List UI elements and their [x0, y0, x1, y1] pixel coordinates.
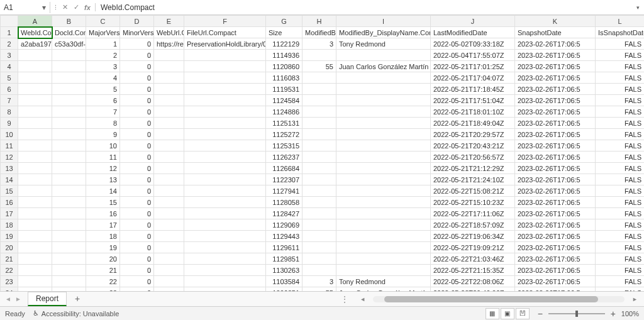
cell-H1[interactable]: ModifiedBy [303, 27, 336, 38]
cell-C22[interactable]: 21 [86, 265, 120, 276]
cell-I17[interactable] [336, 208, 431, 219]
cell-E15[interactable] [154, 185, 184, 197]
cell-K21[interactable]: 2023-02-26T17:06:5 [515, 253, 596, 265]
cell-E20[interactable] [154, 242, 184, 253]
cell-B10[interactable] [52, 129, 86, 140]
row-header-6[interactable]: 6 [1, 84, 18, 95]
cell-D12[interactable]: 0 [120, 152, 154, 163]
cell-F11[interactable] [184, 140, 266, 152]
cell-D17[interactable]: 0 [120, 208, 154, 219]
scroll-right-icon[interactable]: ► [630, 296, 640, 302]
view-page-layout-icon[interactable]: ▣ [501, 308, 514, 319]
cell-K2[interactable]: 2023-02-26T17:06:5 [515, 38, 596, 50]
cell-E5[interactable] [154, 72, 184, 84]
cell-K6[interactable]: 2023-02-26T17:06:5 [515, 84, 596, 95]
cell-L2[interactable]: FALS [596, 38, 645, 50]
cell-E22[interactable] [154, 265, 184, 276]
cell-I15[interactable] [336, 185, 431, 197]
cell-K8[interactable]: 2023-02-26T17:06:5 [515, 106, 596, 118]
cell-G24[interactable]: 1096351 [266, 287, 303, 292]
cell-D15[interactable]: 0 [120, 185, 154, 197]
cell-I23[interactable]: Tony Redmond [336, 276, 431, 287]
cell-L10[interactable]: FALS [596, 129, 645, 140]
cell-A6[interactable] [18, 84, 52, 95]
cell-L23[interactable]: FALS [596, 276, 645, 287]
row-header-10[interactable]: 10 [1, 129, 18, 140]
cell-H22[interactable] [303, 265, 336, 276]
cell-G6[interactable]: 1119531 [266, 84, 303, 95]
cell-F21[interactable] [184, 253, 266, 265]
cell-H14[interactable] [303, 174, 336, 185]
cell-B14[interactable] [52, 174, 86, 185]
cell-B9[interactable] [52, 118, 86, 129]
cell-F3[interactable] [184, 50, 266, 61]
cell-C4[interactable]: 3 [86, 61, 120, 72]
col-header-D[interactable]: D [120, 16, 154, 27]
cell-J10[interactable]: 2022-05-21T20:29:57Z [431, 129, 515, 140]
cell-L17[interactable]: FALS [596, 208, 645, 219]
cell-L12[interactable]: FALS [596, 152, 645, 163]
cell-G11[interactable]: 1125315 [266, 140, 303, 152]
zoom-slider[interactable] [548, 313, 605, 314]
cell-H13[interactable] [303, 163, 336, 174]
cell-K11[interactable]: 2023-02-26T17:06:5 [515, 140, 596, 152]
cell-C19[interactable]: 18 [86, 231, 120, 242]
cell-D10[interactable]: 0 [120, 129, 154, 140]
cell-C5[interactable]: 4 [86, 72, 120, 84]
row-header-14[interactable]: 14 [1, 174, 18, 185]
cell-J24[interactable]: 2022-05-23T20:49:06Z [431, 287, 515, 292]
formula-input[interactable]: WebId.Compact [96, 2, 631, 13]
cell-C12[interactable]: 11 [86, 152, 120, 163]
cell-C24[interactable]: 23 [86, 287, 120, 292]
col-header-J[interactable]: J [431, 16, 515, 27]
row-header-3[interactable]: 3 [1, 50, 18, 61]
row-header-22[interactable]: 22 [1, 265, 18, 276]
cell-L20[interactable]: FALS [596, 242, 645, 253]
cell-E7[interactable] [154, 95, 184, 106]
cell-G2[interactable]: 1122129 [266, 38, 303, 50]
cell-E24[interactable] [154, 287, 184, 292]
cell-H24[interactable]: 55 [303, 287, 336, 292]
cell-L24[interactable]: FALS [596, 287, 645, 292]
cell-L8[interactable]: FALS [596, 106, 645, 118]
cell-B23[interactable] [52, 276, 86, 287]
cell-I11[interactable] [336, 140, 431, 152]
cell-K13[interactable]: 2023-02-26T17:06:5 [515, 163, 596, 174]
cell-J14[interactable]: 2022-05-21T21:24:10Z [431, 174, 515, 185]
cell-H4[interactable]: 55 [303, 61, 336, 72]
cell-A22[interactable] [18, 265, 52, 276]
cell-E8[interactable] [154, 106, 184, 118]
cell-A19[interactable] [18, 231, 52, 242]
cell-C2[interactable]: 1 [86, 38, 120, 50]
view-page-break-icon[interactable]: 凹 [516, 308, 530, 319]
cell-D11[interactable]: 0 [120, 140, 154, 152]
scroll-thumb[interactable] [384, 296, 598, 302]
cell-A16[interactable] [18, 197, 52, 208]
cell-F6[interactable] [184, 84, 266, 95]
cell-I13[interactable] [336, 163, 431, 174]
cell-H19[interactable] [303, 231, 336, 242]
cell-C17[interactable]: 16 [86, 208, 120, 219]
cell-A3[interactable] [18, 50, 52, 61]
cell-L16[interactable]: FALS [596, 197, 645, 208]
cell-J22[interactable]: 2022-05-22T21:15:35Z [431, 265, 515, 276]
cell-E11[interactable] [154, 140, 184, 152]
cell-J5[interactable]: 2022-05-21T17:04:07Z [431, 72, 515, 84]
row-header-1[interactable]: 1 [1, 27, 18, 38]
cell-I21[interactable] [336, 253, 431, 265]
cell-E13[interactable] [154, 163, 184, 174]
cell-D21[interactable]: 0 [120, 253, 154, 265]
cell-I20[interactable] [336, 242, 431, 253]
cell-D23[interactable]: 0 [120, 276, 154, 287]
row-header-17[interactable]: 17 [1, 208, 18, 219]
row-header-21[interactable]: 21 [1, 253, 18, 265]
cell-D24[interactable]: 0 [120, 287, 154, 292]
cell-J21[interactable]: 2022-05-22T21:03:46Z [431, 253, 515, 265]
cell-B3[interactable] [52, 50, 86, 61]
cell-J19[interactable]: 2022-05-22T19:06:34Z [431, 231, 515, 242]
cell-D9[interactable]: 0 [120, 118, 154, 129]
cell-A24[interactable] [18, 287, 52, 292]
cell-L14[interactable]: FALS [596, 174, 645, 185]
cell-F18[interactable] [184, 219, 266, 231]
zoom-out-button[interactable]: − [536, 309, 545, 319]
